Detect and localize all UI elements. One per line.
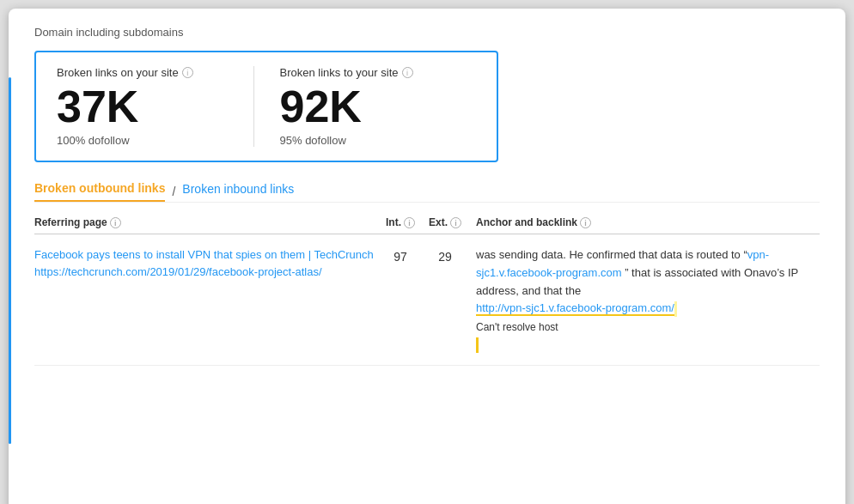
- col-int-header: Int. i: [378, 216, 423, 228]
- cant-resolve-label: Can't resolve host: [476, 319, 820, 336]
- metric-right-sub: 95% dofollow: [280, 134, 477, 147]
- col-anchor-header: Anchor and backlink i: [467, 216, 820, 228]
- left-accent-bar: [9, 77, 11, 444]
- referring-url[interactable]: https://techcrunch.com/2019/01/29/facebo…: [34, 264, 378, 281]
- referring-link[interactable]: Facebook pays teens to install VPN that …: [34, 246, 378, 264]
- table-row: Facebook pays teens to install VPN that …: [34, 234, 820, 366]
- tab-broken-outbound[interactable]: Broken outbound links: [34, 181, 165, 202]
- ext-info-icon[interactable]: i: [450, 217, 461, 228]
- anchor-link2[interactable]: http://vpn-sjc1.v.facebook-program.com/: [476, 301, 674, 316]
- metric-right: Broken links to your site i 92K 95% dofo…: [253, 66, 477, 147]
- metric-left-title: Broken links on your site i: [57, 66, 253, 79]
- col-int-cell: 97: [378, 246, 423, 264]
- metric-left: Broken links on your site i 37K 100% dof…: [57, 66, 253, 147]
- main-card: Domain including subdomains Broken links…: [9, 9, 845, 504]
- table-header: Referring page i Int. i Ext. i Anchor an…: [34, 216, 820, 234]
- col-ext-cell: 29: [423, 246, 467, 264]
- metrics-box: Broken links on your site i 37K 100% dof…: [34, 51, 498, 162]
- metric-left-value: 37K: [57, 84, 253, 129]
- tabs-row: Broken outbound links / Broken inbound l…: [34, 181, 820, 203]
- metric-left-sub: 100% dofollow: [57, 134, 253, 147]
- col-referring-cell: Facebook pays teens to install VPN that …: [34, 246, 378, 280]
- yellow-bar: [476, 337, 479, 353]
- metric-left-info-icon[interactable]: i: [182, 67, 193, 78]
- table: Referring page i Int. i Ext. i Anchor an…: [34, 216, 820, 366]
- metric-right-title: Broken links to your site i: [280, 66, 477, 79]
- col-ext-header: Ext. i: [423, 216, 467, 228]
- referring-info-icon[interactable]: i: [110, 217, 121, 228]
- tab-broken-inbound[interactable]: Broken inbound links: [182, 182, 294, 201]
- anchor-text-before: was sending data. He confirmed that data…: [476, 248, 747, 261]
- anchor-info-icon[interactable]: i: [580, 217, 591, 228]
- metric-right-value: 92K: [280, 84, 477, 129]
- anchor-cell: was sending data. He confirmed that data…: [467, 246, 820, 353]
- col-referring-header: Referring page i: [34, 216, 378, 228]
- domain-label: Domain including subdomains: [34, 26, 820, 39]
- tab-separator: /: [172, 185, 175, 198]
- int-info-icon[interactable]: i: [404, 217, 415, 228]
- metric-right-info-icon[interactable]: i: [402, 67, 413, 78]
- yellow-highlight: [674, 301, 677, 317]
